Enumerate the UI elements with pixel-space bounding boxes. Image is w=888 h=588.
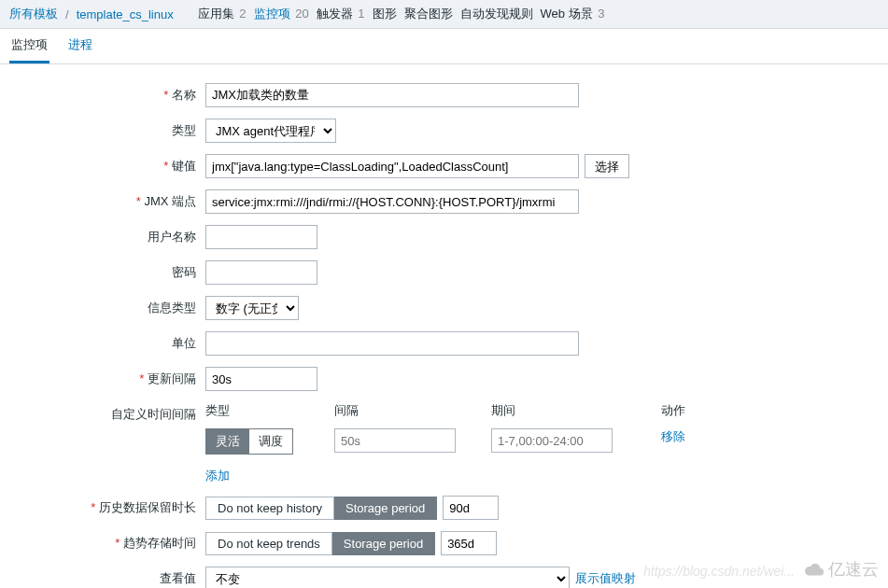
ci-row: 灵活 调度 移除 [205,428,644,455]
key-select-button[interactable]: 选择 [585,154,629,178]
breadcrumb: 所有模板 / template_cs_linux 应用集 2 监控项 20 触发… [0,0,888,29]
ci-period-input[interactable] [491,428,613,453]
label-pass: 密码 [9,260,205,281]
label-infotype: 信息类型 [9,296,205,316]
bc-nav-graph[interactable]: 图形 [373,6,397,22]
history-nokeep[interactable]: Do not keep history [205,497,334,520]
history-value[interactable] [443,496,499,520]
bc-template-name[interactable]: template_cs_linux [77,7,174,21]
ci-sched[interactable]: 调度 [249,429,292,454]
tab-item[interactable]: 监控项 [9,29,49,63]
trend-storage[interactable]: Storage period [332,532,435,555]
ci-add[interactable]: 添加 [205,468,230,484]
type-select[interactable]: JMX agent代理程序 [205,119,336,143]
user-input[interactable] [205,225,317,249]
label-jmx: JMX 端点 [9,189,205,210]
label-name: 名称 [9,83,205,104]
bc-nav-discovery[interactable]: 自动发现规则 [460,6,533,22]
label-trend: 趋势存储时间 [9,531,205,552]
label-user: 用户名称 [9,225,205,245]
url-watermark: https://blog.csdn.net/wei... [643,564,795,579]
cloud-icon [804,561,825,578]
bc-all-templates[interactable]: 所有模板 [9,6,58,22]
pass-input[interactable] [205,260,317,285]
label-interval: 更新间隔 [9,367,205,387]
bc-nav-appset[interactable]: 应用集 2 [198,6,247,22]
ci-type-toggle[interactable]: 灵活 调度 [205,428,293,455]
tab-process[interactable]: 进程 [66,29,94,63]
ci-header: 类型 间隔 期间 动作 [205,402,644,423]
bc-sep: / [65,7,69,21]
tabs: 监控项 进程 [0,29,888,64]
item-form: 名称 类型 JMX agent代理程序 键值 选择 JMX 端点 用户名称 密码… [0,64,888,588]
ci-remove[interactable]: 移除 [648,428,685,455]
history-toggle[interactable]: Do not keep history Storage period [205,497,437,520]
trend-nokeep[interactable]: Do not keep trends [205,532,332,555]
key-input[interactable] [205,154,579,178]
interval-input[interactable] [205,367,317,391]
trend-value[interactable] [441,531,497,555]
ci-flex[interactable]: 灵活 [206,429,249,454]
bc-nav-web[interactable]: Web 场景 3 [541,6,605,22]
jmx-input[interactable] [205,189,579,214]
label-unit: 单位 [9,331,205,352]
name-input[interactable] [205,83,579,107]
history-storage[interactable]: Storage period [334,497,437,520]
trend-toggle[interactable]: Do not keep trends Storage period [205,532,435,555]
label-custom-interval: 自定义时间间隔 [9,402,205,423]
unit-input[interactable] [205,331,579,356]
bc-nav-triggers[interactable]: 触发器 1 [317,6,365,22]
bc-nav-items[interactable]: 监控项 20 [254,6,309,22]
ci-gap-input[interactable] [334,428,456,453]
label-view: 查看值 [9,567,205,587]
label-key: 键值 [9,154,205,175]
label-type: 类型 [9,119,205,139]
brand-watermark: 亿速云 [804,558,879,581]
bc-nav-screens[interactable]: 聚合图形 [404,6,453,22]
label-history: 历史数据保留时长 [9,496,205,516]
show-value-map[interactable]: 展示值映射 [575,570,636,587]
infotype-select[interactable]: 数字 (无正负) [205,296,299,320]
view-select[interactable]: 不变 [205,567,570,588]
